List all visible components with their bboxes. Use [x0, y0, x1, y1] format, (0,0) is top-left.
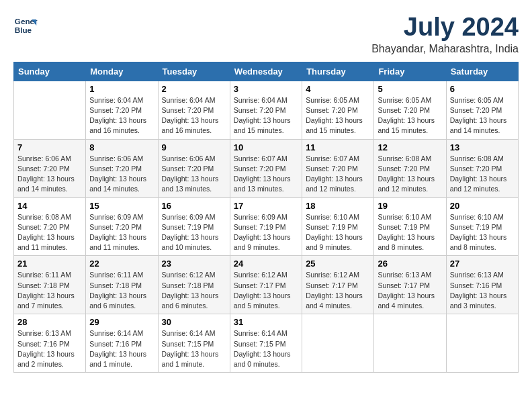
day-number: 6	[450, 84, 515, 94]
calendar-cell: 11Sunrise: 6:07 AMSunset: 7:20 PMDayligh…	[302, 139, 374, 197]
day-number: 30	[162, 317, 226, 327]
calendar-cell: 23Sunrise: 6:12 AMSunset: 7:18 PMDayligh…	[158, 256, 230, 314]
day-number: 19	[378, 201, 442, 211]
day-info: Sunrise: 6:10 AMSunset: 7:19 PMDaylight:…	[378, 212, 442, 253]
day-number: 28	[17, 317, 82, 327]
day-number: 25	[306, 259, 370, 269]
calendar-cell: 28Sunrise: 6:13 AMSunset: 7:16 PMDayligh…	[14, 314, 86, 373]
calendar-week-row: 14Sunrise: 6:08 AMSunset: 7:20 PMDayligh…	[14, 197, 519, 256]
day-info: Sunrise: 6:13 AMSunset: 7:16 PMDaylight:…	[450, 270, 515, 311]
calendar-cell: 1Sunrise: 6:04 AMSunset: 7:20 PMDaylight…	[86, 81, 158, 139]
calendar-cell: 27Sunrise: 6:13 AMSunset: 7:16 PMDayligh…	[446, 256, 518, 314]
day-info: Sunrise: 6:04 AMSunset: 7:20 PMDaylight:…	[89, 95, 154, 136]
calendar-week-row: 21Sunrise: 6:11 AMSunset: 7:18 PMDayligh…	[14, 256, 519, 314]
weekday-header-thursday: Thursday	[302, 62, 374, 81]
calendar-cell: 30Sunrise: 6:14 AMSunset: 7:15 PMDayligh…	[158, 314, 230, 373]
day-info: Sunrise: 6:12 AMSunset: 7:17 PMDaylight:…	[306, 270, 370, 311]
day-number: 16	[162, 201, 226, 211]
calendar-cell: 8Sunrise: 6:06 AMSunset: 7:20 PMDaylight…	[86, 139, 158, 197]
day-info: Sunrise: 6:14 AMSunset: 7:16 PMDaylight:…	[89, 328, 154, 369]
day-info: Sunrise: 6:05 AMSunset: 7:20 PMDaylight:…	[378, 95, 442, 136]
day-info: Sunrise: 6:08 AMSunset: 7:20 PMDaylight:…	[17, 212, 82, 253]
calendar-cell: 5Sunrise: 6:05 AMSunset: 7:20 PMDaylight…	[374, 81, 446, 139]
calendar-cell: 25Sunrise: 6:12 AMSunset: 7:17 PMDayligh…	[302, 256, 374, 314]
day-number: 5	[378, 84, 442, 94]
calendar-table: SundayMondayTuesdayWednesdayThursdayFrid…	[13, 62, 519, 373]
calendar-cell: 13Sunrise: 6:08 AMSunset: 7:20 PMDayligh…	[446, 139, 518, 197]
day-info: Sunrise: 6:12 AMSunset: 7:18 PMDaylight:…	[162, 270, 226, 311]
title-area: July 2024 Bhayandar, Maharashtra, India	[371, 13, 519, 55]
day-number: 11	[306, 142, 370, 152]
calendar-week-row: 1Sunrise: 6:04 AMSunset: 7:20 PMDaylight…	[14, 81, 519, 139]
calendar-cell	[14, 81, 86, 139]
logo: General Blue General Blue	[13, 13, 38, 38]
day-number: 21	[17, 259, 82, 269]
day-number: 31	[234, 317, 298, 327]
calendar-cell: 12Sunrise: 6:08 AMSunset: 7:20 PMDayligh…	[374, 139, 446, 197]
day-number: 1	[89, 84, 154, 94]
calendar-cell	[374, 314, 446, 373]
day-info: Sunrise: 6:07 AMSunset: 7:20 PMDaylight:…	[234, 154, 298, 195]
day-info: Sunrise: 6:07 AMSunset: 7:20 PMDaylight:…	[306, 154, 370, 195]
calendar-cell: 29Sunrise: 6:14 AMSunset: 7:16 PMDayligh…	[86, 314, 158, 373]
day-info: Sunrise: 6:10 AMSunset: 7:19 PMDaylight:…	[306, 212, 370, 253]
page-header: General Blue General Blue July 2024 Bhay…	[13, 13, 519, 55]
calendar-cell: 20Sunrise: 6:10 AMSunset: 7:19 PMDayligh…	[446, 197, 518, 256]
day-info: Sunrise: 6:13 AMSunset: 7:16 PMDaylight:…	[17, 328, 82, 369]
day-number: 26	[378, 259, 442, 269]
calendar-cell: 10Sunrise: 6:07 AMSunset: 7:20 PMDayligh…	[230, 139, 302, 197]
day-number: 12	[378, 142, 442, 152]
day-info: Sunrise: 6:10 AMSunset: 7:19 PMDaylight:…	[450, 212, 515, 253]
weekday-header-saturday: Saturday	[446, 62, 518, 81]
weekday-header-tuesday: Tuesday	[158, 62, 230, 81]
day-number: 29	[89, 317, 154, 327]
day-number: 20	[450, 201, 515, 211]
day-info: Sunrise: 6:05 AMSunset: 7:20 PMDaylight:…	[450, 95, 515, 136]
calendar-cell: 4Sunrise: 6:05 AMSunset: 7:20 PMDaylight…	[302, 81, 374, 139]
calendar-cell: 17Sunrise: 6:09 AMSunset: 7:19 PMDayligh…	[230, 197, 302, 256]
calendar-cell: 2Sunrise: 6:04 AMSunset: 7:20 PMDaylight…	[158, 81, 230, 139]
calendar-week-row: 7Sunrise: 6:06 AMSunset: 7:20 PMDaylight…	[14, 139, 519, 197]
calendar-cell: 19Sunrise: 6:10 AMSunset: 7:19 PMDayligh…	[374, 197, 446, 256]
day-info: Sunrise: 6:06 AMSunset: 7:20 PMDaylight:…	[89, 154, 154, 195]
calendar-cell: 7Sunrise: 6:06 AMSunset: 7:20 PMDaylight…	[14, 139, 86, 197]
calendar-cell	[302, 314, 374, 373]
day-info: Sunrise: 6:04 AMSunset: 7:20 PMDaylight:…	[162, 95, 226, 136]
calendar-cell: 31Sunrise: 6:14 AMSunset: 7:15 PMDayligh…	[230, 314, 302, 373]
day-number: 14	[17, 201, 82, 211]
day-number: 17	[234, 201, 298, 211]
calendar-cell: 3Sunrise: 6:04 AMSunset: 7:20 PMDaylight…	[230, 81, 302, 139]
calendar-cell: 21Sunrise: 6:11 AMSunset: 7:18 PMDayligh…	[14, 256, 86, 314]
calendar-week-row: 28Sunrise: 6:13 AMSunset: 7:16 PMDayligh…	[14, 314, 519, 373]
calendar-cell: 9Sunrise: 6:06 AMSunset: 7:20 PMDaylight…	[158, 139, 230, 197]
logo-icon: General Blue	[13, 13, 38, 38]
svg-text:Blue: Blue	[15, 26, 32, 34]
weekday-header-wednesday: Wednesday	[230, 62, 302, 81]
day-info: Sunrise: 6:14 AMSunset: 7:15 PMDaylight:…	[234, 328, 298, 369]
weekday-header-friday: Friday	[374, 62, 446, 81]
day-number: 15	[89, 201, 154, 211]
day-info: Sunrise: 6:14 AMSunset: 7:15 PMDaylight:…	[162, 328, 226, 369]
calendar-cell: 16Sunrise: 6:09 AMSunset: 7:19 PMDayligh…	[158, 197, 230, 256]
calendar-cell: 6Sunrise: 6:05 AMSunset: 7:20 PMDaylight…	[446, 81, 518, 139]
day-number: 18	[306, 201, 370, 211]
day-number: 4	[306, 84, 370, 94]
calendar-cell: 18Sunrise: 6:10 AMSunset: 7:19 PMDayligh…	[302, 197, 374, 256]
day-info: Sunrise: 6:06 AMSunset: 7:20 PMDaylight:…	[17, 154, 82, 195]
weekday-header-row: SundayMondayTuesdayWednesdayThursdayFrid…	[14, 62, 519, 81]
calendar-cell: 26Sunrise: 6:13 AMSunset: 7:17 PMDayligh…	[374, 256, 446, 314]
day-number: 9	[162, 142, 226, 152]
day-number: 2	[162, 84, 226, 94]
day-info: Sunrise: 6:12 AMSunset: 7:17 PMDaylight:…	[234, 270, 298, 311]
day-info: Sunrise: 6:08 AMSunset: 7:20 PMDaylight:…	[378, 154, 442, 195]
calendar-cell: 14Sunrise: 6:08 AMSunset: 7:20 PMDayligh…	[14, 197, 86, 256]
location-title: Bhayandar, Maharashtra, India	[371, 43, 519, 55]
day-number: 24	[234, 259, 298, 269]
day-info: Sunrise: 6:06 AMSunset: 7:20 PMDaylight:…	[162, 154, 226, 195]
weekday-header-monday: Monday	[86, 62, 158, 81]
weekday-header-sunday: Sunday	[14, 62, 86, 81]
calendar-cell	[446, 314, 518, 373]
day-number: 13	[450, 142, 515, 152]
day-info: Sunrise: 6:09 AMSunset: 7:19 PMDaylight:…	[234, 212, 298, 253]
day-info: Sunrise: 6:09 AMSunset: 7:20 PMDaylight:…	[89, 212, 154, 253]
